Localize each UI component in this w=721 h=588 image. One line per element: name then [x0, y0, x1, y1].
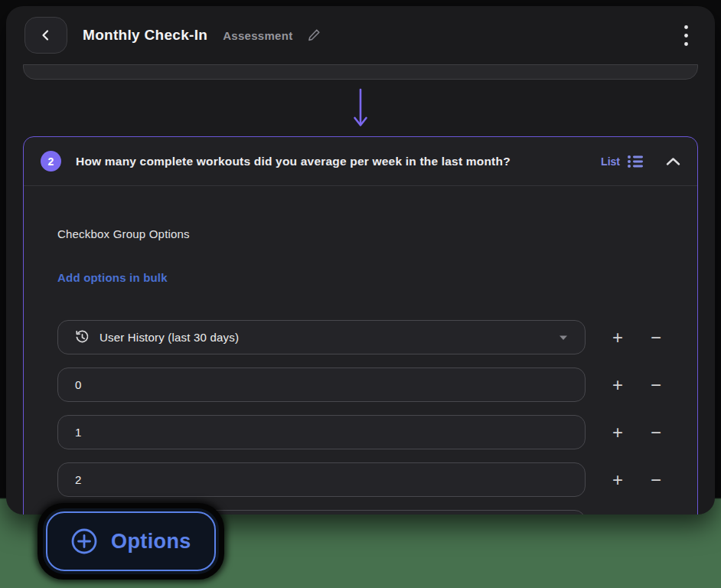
- caret-down-icon: [559, 335, 568, 341]
- option-value-input[interactable]: 1: [57, 415, 586, 449]
- header: Monthly Check-In Assessment: [6, 6, 715, 64]
- add-options-in-bulk-link[interactable]: Add options in bulk: [57, 271, 168, 284]
- question-card-header[interactable]: 2 How many complete workouts did you ave…: [24, 137, 697, 186]
- option-row: 2 + −: [57, 462, 664, 497]
- history-clock-icon: [75, 330, 90, 345]
- page-title: Monthly Check-In: [83, 27, 207, 44]
- arrow-down-icon: [352, 88, 369, 128]
- menu-button[interactable]: [675, 22, 697, 48]
- add-option-button[interactable]: +: [610, 471, 625, 489]
- option-row: User History (last 30 days) + −: [57, 320, 664, 354]
- remove-option-button[interactable]: −: [648, 423, 664, 442]
- option-value: User History (last 30 days): [100, 331, 239, 344]
- question-type-selector[interactable]: List: [601, 154, 643, 169]
- remove-option-button[interactable]: −: [648, 328, 664, 347]
- chevron-up-icon: [666, 157, 680, 166]
- kebab-vertical-icon: [684, 25, 688, 46]
- option-row: 1 + −: [57, 415, 664, 449]
- options-button[interactable]: Options: [46, 511, 216, 571]
- collapse-button[interactable]: [666, 157, 680, 166]
- option-value: 1: [75, 426, 82, 439]
- options-section-title: Checkbox Group Options: [57, 227, 664, 240]
- edit-title-button[interactable]: [307, 28, 321, 42]
- plus-circle-icon: [70, 528, 98, 555]
- option-value: 2: [75, 473, 82, 486]
- bulleted-list-icon: [627, 154, 643, 169]
- chevron-left-icon: [40, 29, 52, 41]
- option-value-dropdown[interactable]: User History (last 30 days): [57, 320, 586, 354]
- pencil-icon: [307, 28, 321, 42]
- page-subtitle: Assessment: [223, 29, 292, 42]
- option-row: 0 + −: [57, 368, 664, 402]
- options-button-highlight-ring: Options: [38, 503, 224, 580]
- connector: [6, 80, 715, 136]
- option-value-input[interactable]: 0: [57, 368, 586, 402]
- remove-option-button[interactable]: −: [648, 376, 664, 394]
- option-value-input[interactable]: 2: [57, 462, 586, 497]
- question-number-badge: 2: [41, 151, 61, 172]
- previous-question-card-partial[interactable]: [23, 64, 698, 80]
- question-type-label: List: [601, 155, 620, 168]
- question-card: 2 How many complete workouts did you ave…: [23, 136, 698, 514]
- question-text: How many complete workouts did you avera…: [76, 155, 601, 168]
- options-button-label: Options: [111, 530, 191, 554]
- question-card-body: Checkbox Group Options Add options in bu…: [24, 227, 697, 514]
- add-option-button[interactable]: +: [610, 376, 625, 394]
- add-option-button[interactable]: +: [610, 328, 625, 347]
- remove-option-button[interactable]: −: [648, 471, 664, 489]
- add-option-button[interactable]: +: [610, 423, 625, 442]
- app-frame: Monthly Check-In Assessment: [6, 6, 715, 514]
- back-button[interactable]: [24, 17, 67, 54]
- options-button-wrap: Options: [43, 508, 219, 574]
- option-value: 0: [75, 378, 82, 391]
- option-rows: User History (last 30 days) + − 0 + −: [57, 320, 664, 514]
